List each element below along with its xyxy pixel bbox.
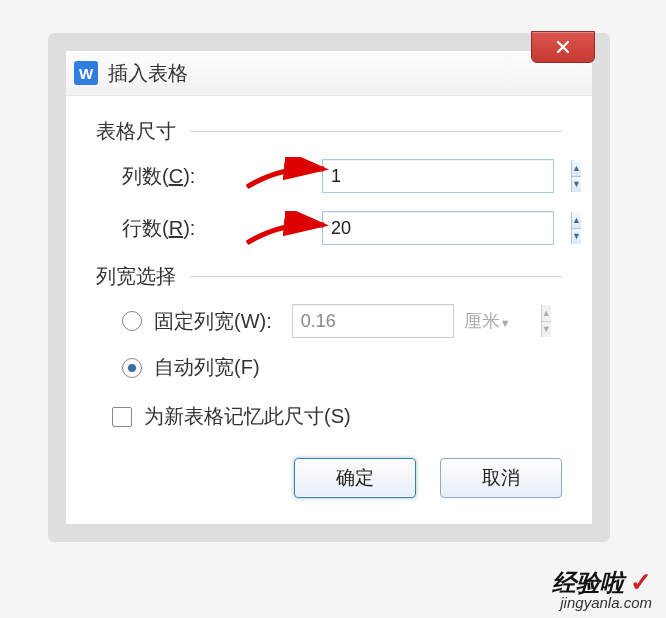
columns-input[interactable] [323,160,571,192]
watermark-cn: 经验啦 [552,569,624,596]
columns-spin-buttons: ▲ ▼ [571,160,581,192]
divider [190,276,562,277]
watermark-check-icon: ✓ [630,567,652,597]
remember-label: 为新表格记忆此尺寸(S) [144,403,351,430]
row-rows: 行数(R): ▲ ▼ [122,211,562,245]
app-icon: W [74,61,98,85]
annotation-arrow-icon [242,157,332,197]
watermark-en: jingyanla.com [552,595,652,610]
row-fixed-width: 固定列宽(W): ▲ ▼ 厘米▼ [122,304,562,338]
columns-label: 列数(C): [122,163,242,190]
annotation-arrow-icon [242,211,332,251]
rows-label: 行数(R): [122,215,242,242]
row-auto-width: 自动列宽(F) [122,354,562,381]
fixed-width-spin-up: ▲ [542,305,551,322]
rows-spin-down[interactable]: ▼ [572,229,581,245]
columns-spinbox[interactable]: ▲ ▼ [322,159,554,193]
group-col-width-label: 列宽选择 [96,263,176,290]
fixed-width-spin-down: ▼ [542,322,551,338]
columns-spin-up[interactable]: ▲ [572,160,581,177]
rows-spin-up[interactable]: ▲ [572,212,581,229]
title-bar: W 插入表格 [66,51,592,96]
fixed-width-spin-buttons: ▲ ▼ [541,305,551,337]
fixed-width-spinbox: ▲ ▼ [292,304,454,338]
dialog-window: W 插入表格 表格尺寸 列数(C): ▲ [48,33,610,542]
ok-button[interactable]: 确定 [294,458,416,498]
close-icon [555,39,571,55]
fixed-width-radio[interactable] [122,311,142,331]
group-col-width: 列宽选择 [96,263,562,290]
divider [190,131,562,132]
auto-width-radio[interactable] [122,358,142,378]
unit-label: 厘米▼ [464,309,511,333]
remember-checkbox[interactable] [112,407,132,427]
rows-spin-buttons: ▲ ▼ [571,212,581,244]
watermark: 经验啦✓ jingyanla.com [552,569,652,610]
close-button[interactable] [531,31,595,63]
rows-spinbox[interactable]: ▲ ▼ [322,211,554,245]
dialog-title: 插入表格 [108,60,188,87]
group-table-size-label: 表格尺寸 [96,118,176,145]
row-columns: 列数(C): ▲ ▼ [122,159,562,193]
auto-width-label: 自动列宽(F) [154,354,260,381]
row-remember: 为新表格记忆此尺寸(S) [112,403,562,430]
dialog-body: 表格尺寸 列数(C): ▲ ▼ 行数(R): [66,96,592,524]
button-row: 确定 取消 [96,458,562,498]
columns-spin-down[interactable]: ▼ [572,177,581,193]
fixed-width-label: 固定列宽(W): [154,308,272,335]
group-table-size: 表格尺寸 [96,118,562,145]
cancel-button[interactable]: 取消 [440,458,562,498]
rows-input[interactable] [323,212,571,244]
